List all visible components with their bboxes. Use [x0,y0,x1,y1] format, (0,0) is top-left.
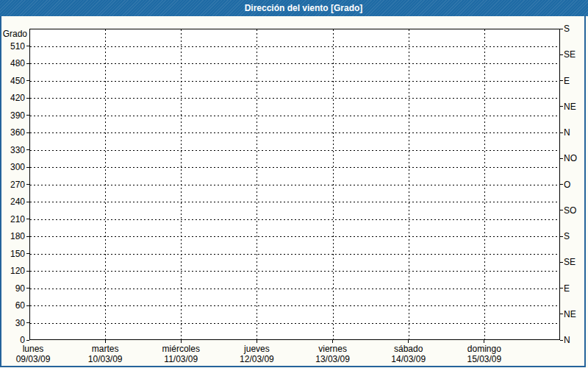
y-left-tick-label: 300 [0,162,25,172]
y-left-tick-label: 330 [0,145,25,155]
y-left-tick-180 [26,236,29,237]
y-left-tick-390 [26,115,29,116]
y-left-tick-270 [26,184,29,185]
y-left-tick-label: 480 [0,58,25,68]
h-gridline-150 [30,254,559,255]
y-left-tick-label: 150 [0,249,25,259]
y-left-tick-450 [26,80,29,81]
x-tick-1 [105,339,106,343]
x-day-name: domingo [446,344,523,354]
y-left-tick-120 [26,271,29,272]
y-left-tick-300 [26,167,29,168]
x-tick-3 [257,339,257,343]
x-day-date: 11/03/09 [143,354,219,364]
v-gridline-3 [257,29,257,339]
y-left-tick-label: 510 [0,41,25,52]
y-right-tick-135 [560,262,563,263]
x-day-name: miércoles [143,344,219,354]
x-tick-4 [332,339,333,343]
x-day-date: 12/03/09 [218,354,295,364]
y-left-tick-label: 450 [0,76,25,86]
y-right-tick-495 [560,54,563,55]
x-day-label: jueves12/03/09 [218,344,295,364]
y-right-tick-180 [560,236,563,237]
y-left-tick-label: 270 [0,180,25,190]
h-gridline-330 [30,150,559,151]
x-day-date: 15/03/09 [446,354,523,364]
x-day-date: 14/03/09 [370,354,447,364]
y-right-tick-270 [560,184,563,185]
y-left-tick-330 [26,149,29,150]
h-gridline-120 [30,271,559,272]
x-day-date: 10/03/09 [67,354,143,364]
x-day-name: lunes [0,344,71,354]
h-gridline-300 [30,167,559,168]
chart-title-bar: Dirección del viento [Grado] [0,0,588,16]
y-right-tick-label: NE [564,309,576,319]
x-day-label: sábado14/03/09 [370,344,447,364]
chart-title: Dirección del viento [Grado] [245,3,363,13]
h-gridline-60 [30,305,559,306]
x-day-name: sábado [370,344,447,354]
y-left-tick-480 [26,63,29,64]
x-tick-5 [408,339,409,343]
h-gridline-510 [30,46,559,47]
x-day-name: martes [67,344,143,354]
y-right-tick-450 [560,80,563,81]
y-right-tick-label: N [564,127,570,138]
y-left-tick-510 [26,46,29,46]
h-gridline-270 [30,185,559,185]
h-gridline-240 [30,202,559,202]
y-right-tick-540 [560,29,563,29]
x-day-name: viernes [295,344,371,354]
y-right-tick-label: SE [564,257,576,267]
y-left-tick-60 [26,305,29,306]
y-left-tick-90 [26,288,29,289]
y-right-tick-label: NE [564,102,576,112]
y-left-tick-label: 390 [0,110,25,121]
h-gridline-30 [30,323,559,324]
y-left-tick-240 [26,202,29,202]
y-right-tick-0 [560,340,563,341]
y-right-tick-label: N [564,335,570,345]
x-day-label: viernes13/03/09 [295,344,371,364]
x-day-name: jueves [218,344,295,354]
h-gridline-390 [30,116,559,116]
y-left-tick-label: 180 [0,231,25,241]
y-right-tick-label: E [564,283,570,294]
h-gridline-180 [30,236,559,237]
h-gridline-450 [30,81,559,82]
x-tick-2 [181,339,182,343]
y-left-tick-label: 60 [0,300,25,311]
y-left-tick-label: 120 [0,266,25,276]
y-right-tick-45 [560,314,563,314]
h-gridline-480 [30,63,559,64]
y-left-tick-label: 360 [0,127,25,138]
v-gridline-4 [333,29,334,339]
x-day-date: 09/03/09 [0,354,71,364]
x-day-label: miércoles11/03/09 [143,344,219,364]
y-right-tick-360 [560,132,563,133]
y-left-tick-420 [26,98,29,99]
y-right-tick-315 [560,158,563,159]
y-left-tick-label: 240 [0,197,25,207]
x-tick-6 [484,339,484,343]
y-left-tick-label: 210 [0,214,25,224]
y-left-tick-30 [26,322,29,323]
v-gridline-1 [105,29,106,339]
y-right-tick-label: NO [564,153,577,163]
y-left-tick-360 [26,132,29,133]
y-right-tick-label: O [564,180,570,190]
chart-window: Dirección del viento [Grado] Grado 03060… [0,0,588,368]
y-right-tick-label: S [564,231,570,241]
y-right-tick-label: S [564,24,570,34]
y-right-tick-405 [560,106,563,107]
h-gridline-90 [30,289,559,289]
v-gridline-2 [181,29,182,339]
h-gridline-420 [30,98,559,99]
h-gridline-210 [30,219,559,220]
y-left-tick-label: 420 [0,93,25,103]
y-right-tick-label: SO [564,205,576,216]
y-left-tick-150 [26,253,29,254]
y-right-tick-90 [560,288,563,289]
